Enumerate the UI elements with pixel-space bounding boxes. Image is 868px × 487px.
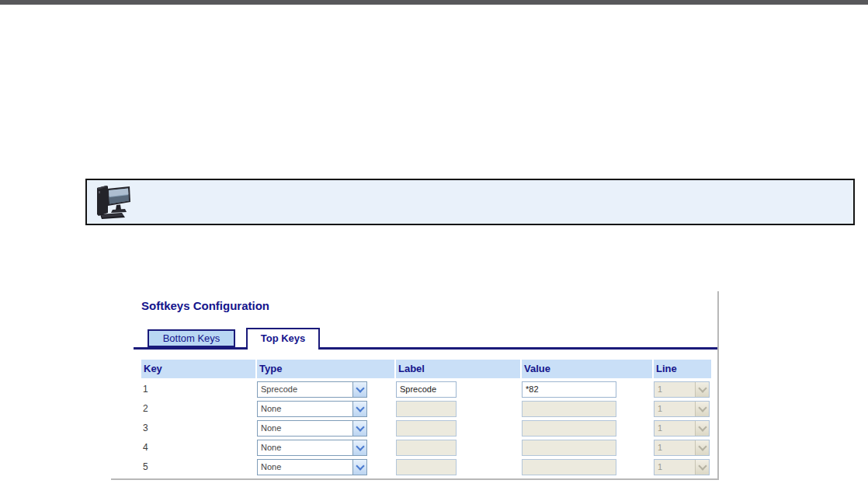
chevron-down-icon[interactable] xyxy=(352,402,366,416)
table-row-key: 3 xyxy=(141,419,255,437)
chevron-down-icon[interactable] xyxy=(352,421,366,436)
type-select[interactable]: None xyxy=(257,401,367,417)
column-header-line: Line xyxy=(654,360,711,378)
line-select-value: 1 xyxy=(654,440,695,455)
table-row-key: 1 xyxy=(141,381,255,398)
chevron-down-icon[interactable] xyxy=(352,440,366,455)
table-row-label xyxy=(396,439,520,456)
table-row-label xyxy=(396,400,520,417)
table-row-line: 1 xyxy=(654,419,711,437)
line-select: 1 xyxy=(654,420,710,437)
label-input xyxy=(396,459,457,475)
key-number: 3 xyxy=(141,423,148,433)
line-select-value: 1 xyxy=(654,402,695,416)
type-select[interactable]: None xyxy=(257,440,367,456)
value-input[interactable] xyxy=(522,381,616,398)
table-row-value xyxy=(522,419,652,437)
chevron-down-icon xyxy=(695,440,709,455)
table-row-type: None xyxy=(257,458,394,475)
column-header-value: Value xyxy=(522,360,652,378)
chevron-down-icon xyxy=(695,421,709,436)
line-select: 1 xyxy=(654,401,710,417)
value-input xyxy=(522,440,616,456)
label-input xyxy=(396,401,457,417)
type-select[interactable]: None xyxy=(257,459,367,475)
key-number: 1 xyxy=(141,384,148,395)
table-row-line: 1 xyxy=(654,400,711,417)
chevron-down-icon[interactable] xyxy=(352,460,366,475)
table-row-line: 1 xyxy=(654,439,711,456)
table-row-key: 2 xyxy=(141,400,255,417)
key-number: 5 xyxy=(141,461,148,472)
value-input xyxy=(522,401,616,417)
chevron-down-icon[interactable] xyxy=(352,382,366,397)
table-row-line: 1 xyxy=(654,458,711,475)
table-row-label xyxy=(396,458,520,475)
column-header-key: Key xyxy=(141,360,255,378)
softkeys-configuration-panel: Softkeys Configuration Bottom Keys Top K… xyxy=(111,291,719,480)
note-box xyxy=(85,179,855,225)
page-title: Softkeys Configuration xyxy=(141,299,269,312)
key-number: 2 xyxy=(141,403,148,414)
chevron-down-icon xyxy=(695,402,709,416)
label-input xyxy=(396,440,457,456)
table-row-value xyxy=(522,439,652,456)
type-select-value: None xyxy=(258,421,352,436)
line-select: 1 xyxy=(654,440,710,456)
table-row-line: 1 xyxy=(654,381,711,398)
column-header-type: Type xyxy=(257,360,394,378)
tab-top-keys[interactable]: Top Keys xyxy=(246,328,320,350)
line-select-value: 1 xyxy=(654,421,695,436)
line-select: 1 xyxy=(654,459,710,475)
desktop-computer-icon xyxy=(91,182,134,222)
table-row-type: Sprecode xyxy=(257,381,394,398)
table-row-type: None xyxy=(257,439,394,456)
label-input xyxy=(396,420,457,437)
table-row-key: 5 xyxy=(141,458,255,475)
tab-bottom-keys[interactable]: Bottom Keys xyxy=(148,329,235,347)
type-select-value: None xyxy=(258,460,352,475)
window-top-bar xyxy=(0,0,868,5)
table-row-value xyxy=(522,458,652,475)
table-row-label xyxy=(396,419,520,437)
table-row-value xyxy=(522,400,652,417)
value-input xyxy=(522,459,616,475)
type-select-value: None xyxy=(258,402,352,416)
value-input xyxy=(522,420,616,437)
table-row-value xyxy=(522,381,652,398)
column-header-label: Label xyxy=(396,360,520,378)
type-select[interactable]: Sprecode xyxy=(257,381,367,398)
chevron-down-icon xyxy=(695,460,709,475)
chevron-down-icon xyxy=(695,382,709,397)
table-row-label xyxy=(396,381,520,398)
label-input[interactable] xyxy=(396,381,457,398)
table-row-type: None xyxy=(257,419,394,437)
key-number: 4 xyxy=(141,442,148,453)
type-select[interactable]: None xyxy=(257,420,367,437)
table-row-type: None xyxy=(257,400,394,417)
softkeys-table: Key Type Label Value Line 1 Sprecode 1 2 xyxy=(141,360,711,475)
table-row-key: 4 xyxy=(141,439,255,456)
type-select-value: None xyxy=(258,440,352,455)
line-select: 1 xyxy=(654,381,710,398)
line-select-value: 1 xyxy=(654,382,695,397)
tab-strip: Bottom Keys Top Keys xyxy=(111,327,717,350)
tab-underline xyxy=(134,347,717,350)
type-select-value: Sprecode xyxy=(258,382,352,397)
line-select-value: 1 xyxy=(654,460,695,475)
